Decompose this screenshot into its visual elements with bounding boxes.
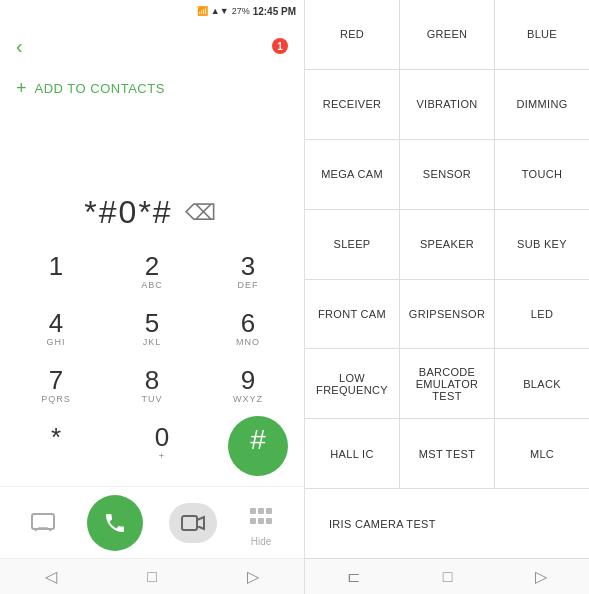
key-6-sub: MNO xyxy=(236,337,260,349)
grid-cell-21[interactable]: IRIS CAMERA TEST xyxy=(305,489,589,558)
right-nav-home[interactable]: □ xyxy=(443,568,453,586)
signal-icon: ▲▼ xyxy=(211,6,229,16)
grid-cell-10[interactable]: SPEAKER xyxy=(400,210,494,279)
grid-cell-15[interactable]: LOW FREQUENCY xyxy=(305,349,399,418)
message-button[interactable] xyxy=(25,505,61,541)
svg-rect-3 xyxy=(258,508,264,514)
grid-cell-1[interactable]: GREEN xyxy=(400,0,494,69)
keypad-row: 7PQRS8TUV9WXYZ xyxy=(16,359,288,414)
grid-cell-13[interactable]: GRIPSENSOR xyxy=(400,280,494,349)
nav-back-button[interactable]: ◁ xyxy=(29,563,73,590)
grid-cell-3[interactable]: RECEIVER xyxy=(305,70,399,139)
right-nav-back[interactable]: ⊏ xyxy=(347,567,360,586)
key-6-button[interactable]: 6MNO xyxy=(208,302,288,357)
grid-cell-0[interactable]: RED xyxy=(305,0,399,69)
action-bar: Hide xyxy=(0,486,304,558)
add-contacts-row[interactable]: + ADD TO CONTACTS xyxy=(0,70,304,107)
dial-number: *#0*# xyxy=(84,194,172,231)
key-1-button[interactable]: 1 xyxy=(16,245,96,300)
key-*-button[interactable]: * xyxy=(16,416,96,471)
backspace-button[interactable]: ⌫ xyxy=(181,196,220,230)
key-9-sub: WXYZ xyxy=(233,394,263,406)
grid-cell-12[interactable]: FRONT CAM xyxy=(305,280,399,349)
key-4-num: 4 xyxy=(49,310,63,336)
key-3-sub: DEF xyxy=(238,280,259,292)
bottom-nav-bar: ◁ □ ▷ xyxy=(0,558,304,594)
key-5-sub: JKL xyxy=(143,337,162,349)
key-4-sub: GHI xyxy=(46,337,65,349)
svg-rect-0 xyxy=(32,514,54,529)
key-7-button[interactable]: 7PQRS xyxy=(16,359,96,414)
grid-cell-2[interactable]: BLUE xyxy=(495,0,589,69)
add-contacts-label: ADD TO CONTACTS xyxy=(35,81,165,96)
right-panel-nav: ⊏ □ ▷ xyxy=(305,558,589,594)
key-8-sub: TUV xyxy=(142,394,163,406)
key-9-button[interactable]: 9WXYZ xyxy=(208,359,288,414)
key-8-num: 8 xyxy=(145,367,159,393)
key-1-num: 1 xyxy=(49,253,63,279)
key-#-button[interactable]: # xyxy=(228,416,288,476)
keypad: 12ABC3DEF4GHI5JKL6MNO7PQRS8TUV9WXYZ*0+# xyxy=(0,241,304,486)
add-icon: + xyxy=(16,78,27,99)
video-button[interactable] xyxy=(169,503,217,543)
key-2-sub: ABC xyxy=(141,280,163,292)
top-nav: ‹ 1 xyxy=(0,22,304,70)
keypad-row: *0+# xyxy=(16,416,288,476)
svg-rect-2 xyxy=(250,508,256,514)
grid-cell-16[interactable]: BARCODE EMULATOR TEST xyxy=(400,349,494,418)
svg-rect-1 xyxy=(182,516,197,530)
dial-display: *#0*# ⌫ xyxy=(0,184,304,241)
grid-cell-11[interactable]: SUB KEY xyxy=(495,210,589,279)
hide-icon xyxy=(243,498,279,534)
grid-cell-8[interactable]: TOUCH xyxy=(495,140,589,209)
notification-badge: 1 xyxy=(272,38,288,54)
dialer-spacer xyxy=(0,107,304,184)
nav-recent-button[interactable]: ▷ xyxy=(231,563,275,590)
key-3-num: 3 xyxy=(241,253,255,279)
grid-cell-17[interactable]: BLACK xyxy=(495,349,589,418)
status-bar: 📶 ▲▼ 27% 12:45 PM xyxy=(0,0,304,22)
right-panel: REDGREENBLUERECEIVERVIBRATIONDIMMINGMEGA… xyxy=(305,0,589,594)
key-9-num: 9 xyxy=(241,367,255,393)
grid-cell-5[interactable]: DIMMING xyxy=(495,70,589,139)
status-icons: 📶 ▲▼ 27% 12:45 PM xyxy=(197,6,296,17)
grid-cell-14[interactable]: LED xyxy=(495,280,589,349)
back-button[interactable]: ‹ xyxy=(16,35,23,58)
call-button[interactable] xyxy=(87,495,143,551)
key-0-sub: + xyxy=(159,451,165,463)
grid-cell-4[interactable]: VIBRATION xyxy=(400,70,494,139)
right-nav-recent[interactable]: ▷ xyxy=(535,567,547,586)
svg-rect-7 xyxy=(266,518,272,524)
wifi-icon: 📶 xyxy=(197,6,208,16)
grid-cell-7[interactable]: SENSOR xyxy=(400,140,494,209)
svg-rect-4 xyxy=(266,508,272,514)
key-*-num: * xyxy=(51,424,61,450)
key-0-num: 0 xyxy=(155,424,169,450)
key-8-button[interactable]: 8TUV xyxy=(112,359,192,414)
grid-cell-20[interactable]: MLC xyxy=(495,419,589,488)
key-5-num: 5 xyxy=(145,310,159,336)
key-5-button[interactable]: 5JKL xyxy=(112,302,192,357)
keypad-row: 12ABC3DEF xyxy=(16,245,288,300)
key-7-sub: PQRS xyxy=(41,394,71,406)
svg-rect-5 xyxy=(250,518,256,524)
grid-cell-19[interactable]: MST TEST xyxy=(400,419,494,488)
key-6-num: 6 xyxy=(241,310,255,336)
hide-button[interactable]: Hide xyxy=(243,498,279,547)
grid-cell-6[interactable]: MEGA CAM xyxy=(305,140,399,209)
hide-label: Hide xyxy=(251,536,272,547)
key-2-button[interactable]: 2ABC xyxy=(112,245,192,300)
grid-cell-9[interactable]: SLEEP xyxy=(305,210,399,279)
grid-cell-18[interactable]: HALL IC xyxy=(305,419,399,488)
left-panel: 📶 ▲▼ 27% 12:45 PM ‹ 1 + ADD TO CONTACTS … xyxy=(0,0,305,594)
nav-home-button[interactable]: □ xyxy=(131,564,173,590)
test-grid: REDGREENBLUERECEIVERVIBRATIONDIMMINGMEGA… xyxy=(305,0,589,558)
key-0-button[interactable]: 0+ xyxy=(122,416,202,471)
key-7-num: 7 xyxy=(49,367,63,393)
key-3-button[interactable]: 3DEF xyxy=(208,245,288,300)
battery-text: 27% xyxy=(232,6,250,16)
key-4-button[interactable]: 4GHI xyxy=(16,302,96,357)
keypad-row: 4GHI5JKL6MNO xyxy=(16,302,288,357)
key-#-num: # xyxy=(250,426,266,454)
time-display: 12:45 PM xyxy=(253,6,296,17)
